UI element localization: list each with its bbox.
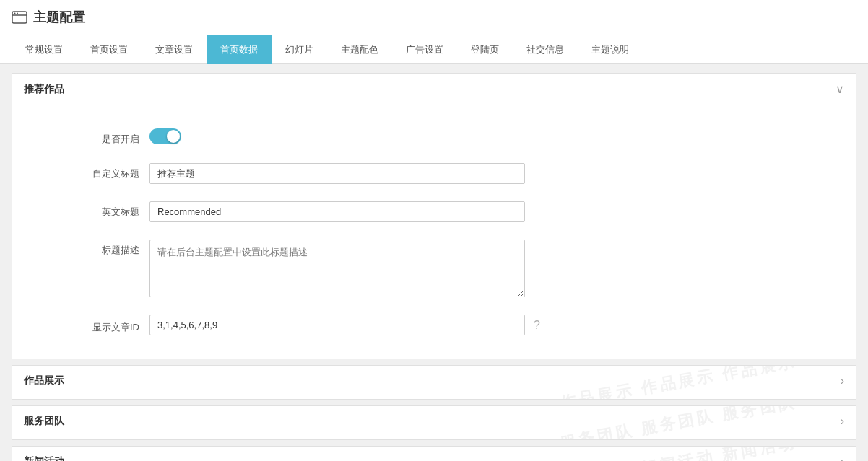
page-header: 主题配置 <box>0 0 868 35</box>
page-title: 主题配置 <box>33 9 85 26</box>
svg-point-2 <box>14 13 16 14</box>
description-label: 标题描述 <box>84 240 149 257</box>
section-recommended: 推荐作品 ∨ 是否开启 自定义标题 <box>12 73 856 359</box>
custom-title-wrap <box>149 163 525 184</box>
form-row-description: 标题描述 <box>12 231 856 306</box>
chevron-down-icon: ∨ <box>836 82 844 96</box>
tab-bar: 常规设置 首页设置 文章设置 首页数据 幻灯片 主题配色 广告设置 登陆页 社交… <box>0 35 868 64</box>
section-portfolio: 作品展示 › 作品展示 作品展示 作品展示 <box>12 365 856 400</box>
tab-login-page[interactable]: 登陆页 <box>457 35 513 64</box>
tab-ads[interactable]: 广告设置 <box>392 35 457 64</box>
help-icon[interactable]: ? <box>534 319 540 332</box>
section-team-header[interactable]: 服务团队 › <box>12 406 856 436</box>
section-recommended-title: 推荐作品 <box>24 83 64 96</box>
section-portfolio-title: 作品展示 <box>24 374 64 387</box>
custom-title-label: 自定义标题 <box>84 163 149 180</box>
section-team-title: 服务团队 <box>24 415 64 428</box>
description-textarea[interactable] <box>149 240 525 297</box>
section-team: 服务团队 › 服务团队 服务团队 服务团队 <box>12 405 856 440</box>
article-ids-wrap <box>149 315 525 335</box>
form-row-toggle: 是否开启 <box>12 120 856 154</box>
chevron-right-icon-team: › <box>841 415 844 428</box>
tab-theme-color[interactable]: 主题配色 <box>327 35 392 64</box>
tab-homepage[interactable]: 首页设置 <box>77 35 142 64</box>
english-title-input[interactable] <box>149 201 525 222</box>
custom-title-input[interactable] <box>149 163 525 184</box>
enable-toggle[interactable] <box>149 128 181 144</box>
english-title-label: 英文标题 <box>84 201 149 219</box>
section-portfolio-header[interactable]: 作品展示 › <box>12 366 856 396</box>
section-recommended-body: 是否开启 自定义标题 英文标题 <box>12 105 856 359</box>
tab-theme-notes[interactable]: 主题说明 <box>578 35 643 64</box>
section-news: 新闻活动 › 新闻活动 新闻活动 新闻活动 <box>12 446 856 461</box>
article-ids-input[interactable] <box>149 315 525 335</box>
tab-slideshow[interactable]: 幻灯片 <box>272 35 327 64</box>
chevron-right-icon-portfolio: › <box>841 374 844 387</box>
tab-article[interactable]: 文章设置 <box>142 35 207 64</box>
article-ids-label: 显示文章ID <box>84 317 149 334</box>
chevron-right-icon-news: › <box>841 455 844 461</box>
main-content: 推荐作品 ∨ 是否开启 自定义标题 <box>0 64 868 461</box>
form-row-article-ids: 显示文章ID ? <box>12 306 856 344</box>
theme-icon <box>12 9 27 25</box>
english-title-wrap <box>149 201 525 222</box>
tab-general[interactable]: 常规设置 <box>12 35 77 64</box>
page-wrapper: 主题配置 常规设置 首页设置 文章设置 首页数据 幻灯片 主题配色 广告设置 登… <box>0 0 868 461</box>
form-row-custom-title: 自定义标题 <box>12 154 856 193</box>
tab-homepage-data[interactable]: 首页数据 <box>207 35 272 64</box>
section-recommended-header[interactable]: 推荐作品 ∨ <box>12 74 856 105</box>
form-row-english-title: 英文标题 <box>12 193 856 231</box>
toggle-wrap <box>149 128 525 144</box>
toggle-label: 是否开启 <box>84 128 149 146</box>
tab-social[interactable]: 社交信息 <box>513 35 578 64</box>
svg-point-3 <box>17 13 18 14</box>
description-wrap <box>149 240 525 297</box>
section-news-title: 新闻活动 <box>24 455 64 461</box>
section-news-header[interactable]: 新闻活动 › <box>12 447 856 461</box>
